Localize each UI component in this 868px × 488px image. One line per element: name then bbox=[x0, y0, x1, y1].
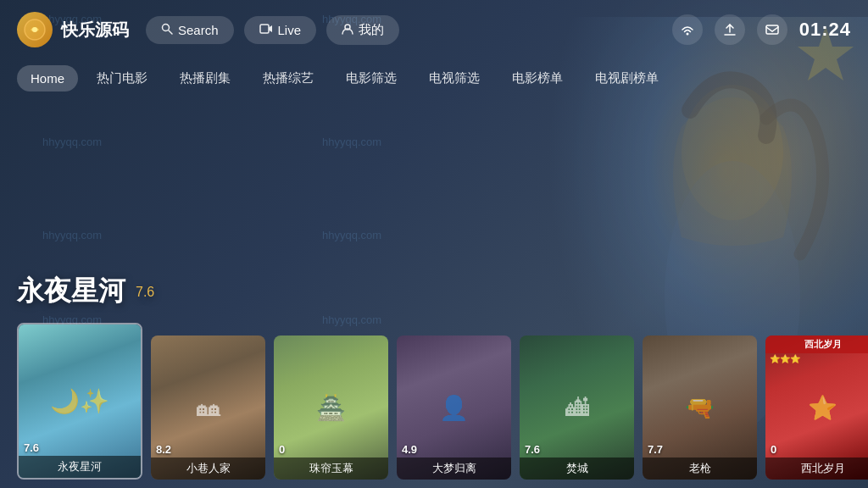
logo-area: 快乐源码 bbox=[17, 12, 129, 47]
tab-tv-rank[interactable]: 电视剧榜单 bbox=[581, 64, 672, 92]
wifi-button[interactable] bbox=[672, 14, 703, 45]
hero-rating: 7.6 bbox=[136, 285, 154, 300]
card-deco-0: 🌙✨ bbox=[19, 324, 141, 478]
card-card-2[interactable]: 🏘8.2小巷人家 bbox=[151, 336, 265, 480]
tab-hot-variety[interactable]: 热播综艺 bbox=[249, 64, 327, 92]
tab-movie-rank[interactable]: 电影榜单 bbox=[498, 64, 576, 92]
card-rating-0: 7.6 bbox=[24, 441, 39, 454]
card-rating-4: 7.6 bbox=[525, 443, 540, 456]
logo-avatar bbox=[17, 12, 53, 47]
card-title-6: 西北岁月 bbox=[765, 458, 868, 480]
card-rating-1: 8.2 bbox=[156, 443, 171, 456]
tab-home[interactable]: Home bbox=[17, 65, 78, 92]
search-button[interactable]: Search bbox=[146, 16, 234, 44]
svg-rect-8 bbox=[260, 25, 269, 33]
svg-rect-11 bbox=[766, 25, 778, 34]
header-right: 01:24 bbox=[672, 14, 851, 45]
svg-point-10 bbox=[686, 33, 688, 36]
card-card-7[interactable]: ⭐西北岁月⭐⭐⭐0西北岁月 bbox=[765, 336, 868, 480]
tab-hot-movies[interactable]: 热门电影 bbox=[83, 64, 161, 92]
card-title-5: 老枪 bbox=[643, 458, 757, 480]
card-title-4: 焚城 bbox=[520, 458, 634, 480]
card-rating-6: 0 bbox=[771, 443, 776, 456]
live-button[interactable]: Live bbox=[244, 16, 317, 44]
hero-area: 永夜星河 7.6 bbox=[0, 97, 868, 319]
tab-movie-filter[interactable]: 电影筛选 bbox=[332, 64, 410, 92]
my-label: 我的 bbox=[359, 22, 384, 38]
live-label: Live bbox=[278, 23, 302, 37]
search-icon bbox=[161, 23, 173, 37]
tab-tv-filter[interactable]: 电视筛选 bbox=[415, 64, 493, 92]
card-title-3: 大梦归离 bbox=[397, 458, 511, 480]
cards-row: 🌙✨7.6永夜星河🏘8.2小巷人家🏯0珠帘玉幕👤4.9大梦归离🏙7.6焚城🔫7.… bbox=[0, 319, 868, 480]
card-rating-2: 0 bbox=[279, 443, 285, 456]
card-title-2: 珠帘玉幕 bbox=[274, 458, 388, 480]
upload-button[interactable] bbox=[715, 14, 745, 45]
svg-point-6 bbox=[163, 24, 170, 30]
card-card-5[interactable]: 🏙7.6焚城 bbox=[520, 336, 634, 480]
app-title: 快乐源码 bbox=[61, 19, 129, 42]
card-stars-7: ⭐⭐⭐ bbox=[770, 354, 800, 363]
card-card-4[interactable]: 👤4.9大梦归离 bbox=[397, 336, 511, 480]
hero-title: 永夜星河 bbox=[17, 273, 125, 310]
nav-tabs: Home热门电影热播剧集热播综艺电影筛选电视筛选电影榜单电视剧榜单 bbox=[0, 59, 868, 97]
search-label: Search bbox=[178, 23, 219, 37]
card-rating-3: 4.9 bbox=[402, 443, 417, 456]
tab-hot-dramas[interactable]: 热播剧集 bbox=[166, 64, 244, 92]
live-icon bbox=[259, 23, 273, 37]
clock-display: 01:24 bbox=[799, 19, 851, 41]
hero-title-area: 永夜星河 7.6 bbox=[17, 273, 851, 310]
my-button[interactable]: 我的 bbox=[326, 15, 399, 45]
card-banner-7: 西北岁月 bbox=[765, 336, 868, 353]
svg-point-5 bbox=[32, 27, 37, 32]
card-title-0: 永夜星河 bbox=[19, 456, 141, 478]
card-title-1: 小巷人家 bbox=[151, 458, 265, 480]
user-icon bbox=[342, 23, 353, 37]
header: 快乐源码 Search Live 我的 bbox=[0, 0, 868, 59]
mail-button[interactable] bbox=[757, 14, 787, 45]
card-card-3[interactable]: 🏯0珠帘玉幕 bbox=[274, 336, 388, 480]
card-card-6[interactable]: 🔫7.7老枪 bbox=[643, 336, 757, 480]
card-card-1[interactable]: 🌙✨7.6永夜星河 bbox=[17, 323, 142, 480]
svg-line-7 bbox=[169, 30, 172, 34]
card-rating-5: 7.7 bbox=[648, 443, 663, 456]
